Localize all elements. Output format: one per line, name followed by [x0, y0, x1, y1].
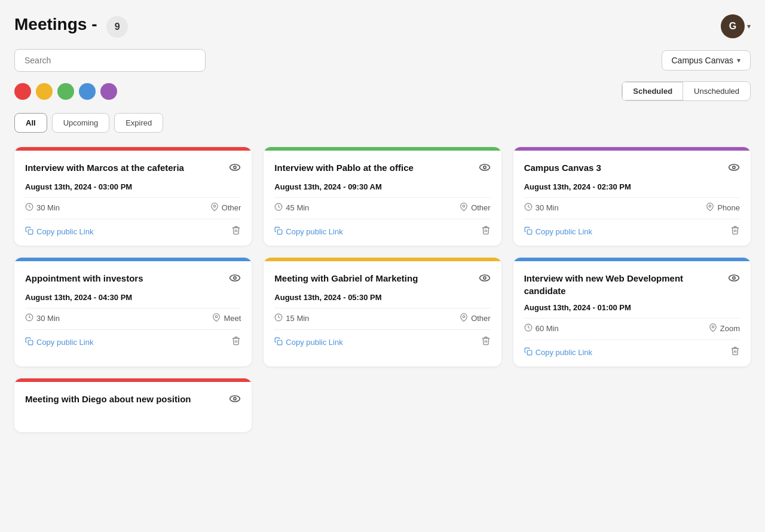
svg-point-5 [479, 164, 489, 170]
svg-point-0 [230, 164, 240, 170]
location-icon-1 [210, 203, 219, 213]
location-icon-3 [706, 203, 714, 213]
meeting-card-1: Interview with Marcos at the cafeteria A… [14, 147, 252, 246]
svg-rect-14 [527, 230, 532, 234]
delete-button-5[interactable] [481, 336, 491, 348]
card-actions-1: Copy public Link [25, 219, 241, 237]
copy-icon-1 [25, 227, 33, 237]
clock-icon-5 [274, 313, 283, 323]
user-menu[interactable]: G ▾ [721, 14, 751, 38]
user-avatar[interactable]: G [721, 14, 745, 38]
svg-point-18 [216, 316, 218, 318]
card-title-1: Interview with Marcos at the cafeteria [25, 161, 229, 174]
card-actions-4: Copy public Link [25, 329, 241, 348]
card-title-2: Interview with Pablo at the office [274, 161, 478, 174]
eye-icon-3[interactable] [728, 161, 740, 176]
card-location-2: Other [460, 203, 491, 213]
card-actions-2: Copy public Link [274, 219, 490, 237]
eye-icon-1[interactable] [229, 161, 241, 176]
eye-icon-4[interactable] [229, 272, 241, 287]
svg-point-13 [709, 205, 712, 207]
card-actions-5: Copy public Link [274, 329, 490, 348]
card-header-4: Appointment with investors [25, 272, 241, 287]
svg-point-23 [463, 316, 465, 318]
scheduled-button[interactable]: Scheduled [622, 82, 683, 100]
card-body-6: Interview with new Web Development candi… [513, 261, 751, 366]
location-icon-5 [460, 313, 468, 323]
meeting-card-2: Interview with Pablo at the office Augus… [264, 147, 501, 246]
eye-icon-5[interactable] [479, 272, 491, 287]
copy-link-button-4[interactable]: Copy public Link [25, 337, 93, 347]
green-dot[interactable] [57, 83, 74, 100]
page-title: Meetings - 9 [14, 15, 128, 38]
card-location-4: Meet [212, 313, 241, 323]
card-title-6: Interview with new Web Development candi… [524, 272, 728, 297]
copy-link-button-2[interactable]: Copy public Link [274, 227, 342, 237]
tab-expired[interactable]: Expired [114, 113, 163, 133]
clock-icon-3 [524, 203, 533, 213]
card-date-6: August 13th, 2024 - 01:00 PM [524, 303, 740, 312]
eye-icon-7[interactable] [229, 393, 241, 408]
delete-button-4[interactable] [231, 336, 241, 348]
svg-point-10 [729, 164, 739, 170]
card-duration-2: 45 Min [274, 203, 309, 213]
tab-row: All Upcoming Expired [14, 113, 751, 133]
svg-point-3 [213, 205, 216, 207]
purple-dot[interactable] [100, 83, 117, 100]
card-meta-4: 30 Min Meet [25, 308, 241, 323]
delete-button-3[interactable] [730, 225, 740, 237]
location-icon-6 [709, 323, 717, 334]
copy-icon-5 [274, 337, 283, 347]
campus-selector[interactable]: Campus Canvas ▾ [662, 50, 751, 71]
eye-icon-6[interactable] [728, 272, 740, 287]
cards-grid: Interview with Marcos at the cafeteria A… [14, 147, 751, 432]
copy-icon-2 [274, 227, 283, 237]
card-date-2: August 13th, 2024 - 09:30 AM [274, 182, 490, 191]
svg-rect-4 [28, 230, 33, 234]
copy-link-button-6[interactable]: Copy public Link [524, 347, 592, 357]
avatar-chevron-icon[interactable]: ▾ [747, 22, 751, 30]
copy-link-button-5[interactable]: Copy public Link [274, 337, 342, 347]
card-title-5: Meeting with Gabriel of Marketing [274, 272, 478, 285]
card-duration-6: 60 Min [524, 323, 559, 334]
svg-rect-19 [28, 340, 33, 345]
delete-button-1[interactable] [231, 225, 241, 237]
svg-point-8 [463, 205, 465, 207]
card-header-1: Interview with Marcos at the cafeteria [25, 161, 241, 176]
copy-icon-6 [524, 347, 533, 357]
svg-point-6 [484, 166, 486, 169]
card-location-5: Other [460, 313, 491, 323]
eye-icon-2[interactable] [479, 161, 491, 176]
card-body-5: Meeting with Gabriel of Marketing August… [264, 261, 501, 366]
copy-link-button-3[interactable]: Copy public Link [524, 227, 592, 237]
card-body-2: Interview with Pablo at the office Augus… [264, 151, 501, 246]
card-actions-3: Copy public Link [524, 219, 740, 237]
blue-dot[interactable] [79, 83, 96, 100]
yellow-dot[interactable] [36, 83, 53, 100]
campus-selector-label: Campus Canvas [672, 56, 734, 65]
card-body-3: Campus Canvas 3 August 13th, 2024 - 02:3… [513, 151, 751, 246]
card-header-3: Campus Canvas 3 [524, 161, 740, 176]
card-title-7: Meeting with Diego about new position [25, 393, 229, 405]
card-location-6: Zoom [709, 323, 740, 334]
meeting-card-3: Campus Canvas 3 August 13th, 2024 - 02:3… [513, 147, 751, 246]
unscheduled-button[interactable]: Unscheduled [683, 82, 750, 100]
filters-row: Scheduled Unscheduled [14, 81, 751, 101]
delete-button-6[interactable] [730, 346, 740, 358]
schedule-toggle: Scheduled Unscheduled [622, 81, 751, 101]
tab-upcoming[interactable]: Upcoming [52, 113, 110, 133]
copy-link-button-1[interactable]: Copy public Link [25, 227, 93, 237]
search-input[interactable] [14, 49, 206, 72]
delete-button-2[interactable] [481, 225, 491, 237]
tab-all[interactable]: All [14, 113, 47, 133]
card-meta-5: 15 Min Other [274, 308, 490, 323]
svg-point-26 [733, 277, 735, 279]
card-actions-6: Copy public Link [524, 340, 740, 358]
svg-rect-9 [278, 230, 283, 234]
svg-point-11 [733, 166, 735, 169]
card-body-1: Interview with Marcos at the cafeteria A… [14, 151, 252, 246]
meeting-card-4: Appointment with investors August 13th, … [14, 258, 252, 366]
card-body-4: Appointment with investors August 13th, … [14, 261, 252, 366]
card-date-4: August 13th, 2024 - 04:30 PM [25, 293, 241, 302]
red-dot[interactable] [14, 83, 31, 100]
